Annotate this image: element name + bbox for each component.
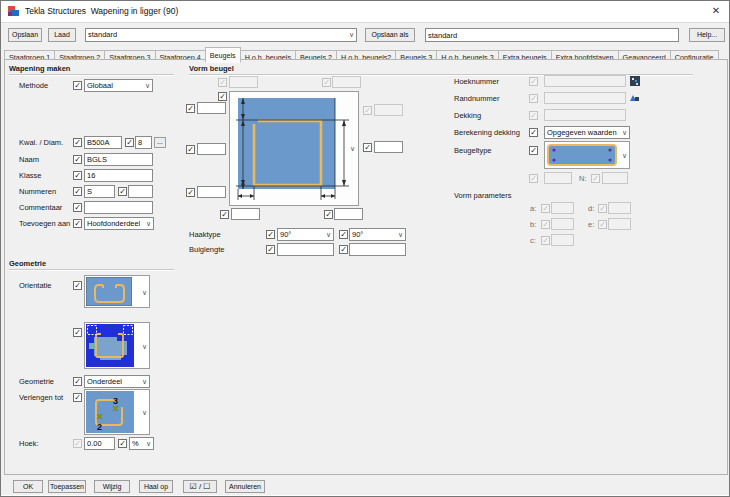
hoek-unit-checkbox[interactable]	[118, 439, 127, 448]
buiglengte1-checkbox[interactable]	[266, 245, 275, 254]
profile-combo[interactable]: standard ∨	[85, 28, 357, 42]
stirrup-shape-combo[interactable]: ∨	[229, 91, 359, 206]
divider	[9, 269, 174, 271]
vorm-bottom2-checkbox[interactable]	[324, 210, 333, 219]
toggle-all-checkboxes-button[interactable]: ☑ / ☐	[183, 480, 217, 493]
param-a-checkbox	[541, 204, 550, 213]
commentaar-input[interactable]	[84, 201, 153, 214]
vorm-bottom1-input[interactable]	[231, 208, 260, 220]
nummeren-start-input[interactable]	[128, 185, 153, 198]
param-d-checkbox	[598, 204, 607, 213]
tab-beugels[interactable]: Beugels	[205, 47, 241, 63]
haaktype2-combo[interactable]: 90° ∨	[349, 228, 406, 241]
vorm-top1-checkbox	[218, 78, 227, 87]
param-b-checkbox	[541, 220, 550, 229]
naam-checkbox[interactable]	[73, 155, 82, 164]
vorm-right2-checkbox[interactable]	[363, 143, 372, 152]
verlengen-checkbox[interactable]	[73, 393, 82, 402]
close-icon[interactable]: ✕	[709, 4, 723, 18]
nummeren-start-checkbox[interactable]	[118, 187, 127, 196]
param-b-input	[551, 218, 574, 230]
beugeltype-checkbox[interactable]	[529, 146, 538, 155]
ok-button[interactable]: OK	[13, 480, 43, 493]
tab-bar: Staafgroep 1Staafgroep 2Staafgroep 3Staa…	[4, 45, 728, 60]
vorm-left2-checkbox[interactable]	[186, 145, 195, 154]
diam-more-button[interactable]: ...	[154, 137, 166, 148]
section-wapening-maken: Wapening maken	[9, 64, 70, 73]
vorm-bottom1-checkbox[interactable]	[220, 210, 229, 219]
save-button[interactable]: Opslaan	[8, 28, 42, 42]
geometrie-checkbox[interactable]	[73, 377, 82, 386]
toevoegen-combo[interactable]: Hoofdonderdeel ∨	[84, 217, 154, 230]
haaktype1-value: 90°	[280, 230, 291, 239]
orientatie-image-combo[interactable]: ∨	[84, 275, 150, 308]
orientatie-checkbox[interactable]	[73, 281, 82, 290]
param-e-input	[608, 218, 631, 230]
nummeren-prefix-input[interactable]	[84, 185, 115, 198]
apply-button[interactable]: Toepassen	[48, 480, 86, 493]
vorm-bottom2-input[interactable]	[334, 208, 363, 220]
nummeren-checkbox[interactable]	[73, 187, 82, 196]
load-button[interactable]: Laad	[48, 28, 76, 42]
berekening-dekking-combo[interactable]: Opgegeven waarden ∨	[544, 126, 630, 139]
orientatie-label: Orientatie	[19, 281, 52, 290]
vorm-right2-input[interactable]	[374, 141, 403, 153]
kwal-checkbox[interactable]	[73, 138, 82, 147]
haaktype1-combo[interactable]: 90° ∨	[277, 228, 334, 241]
dekking-checkbox	[529, 111, 538, 120]
cancel-button[interactable]: Annuleren	[225, 480, 265, 493]
klasse-input[interactable]	[84, 169, 153, 182]
klasse-checkbox[interactable]	[73, 171, 82, 180]
naam-input[interactable]	[84, 153, 153, 166]
commentaar-checkbox[interactable]	[73, 203, 82, 212]
n-input	[602, 172, 628, 184]
vorm-left3-input[interactable]	[197, 186, 226, 198]
chevron-down-icon: ∨	[349, 30, 354, 40]
hoek-unit-combo[interactable]: % ∨	[129, 437, 154, 450]
vorm-left2-input[interactable]	[197, 143, 226, 155]
dekking-label: Dekking	[454, 111, 481, 120]
diam-checkbox[interactable]	[125, 138, 134, 147]
corner-number-icon[interactable]	[630, 76, 640, 86]
beugeltype-image-combo[interactable]: ∨	[544, 141, 630, 169]
hoek-label: Hoek:	[19, 439, 39, 448]
vorm-left1-input[interactable]	[197, 102, 226, 114]
n-checkbox	[591, 174, 600, 183]
haaktype1-checkbox[interactable]	[266, 230, 275, 239]
profile-name-input[interactable]	[425, 28, 679, 42]
buiglengte2-input[interactable]	[349, 243, 406, 256]
help-button[interactable]: Help...	[689, 28, 725, 42]
chevron-down-icon: ∨	[398, 230, 403, 240]
hoek-input[interactable]	[84, 437, 115, 450]
save-as-button[interactable]: Opslaan als	[365, 28, 415, 42]
methode-combo[interactable]: Globaal ∨	[84, 79, 153, 92]
beugel-count-input	[544, 172, 572, 184]
vorm-left1-checkbox[interactable]	[186, 104, 195, 113]
position-checkbox[interactable]	[73, 328, 82, 337]
diam-input[interactable]	[135, 136, 152, 149]
toevoegen-checkbox[interactable]	[73, 219, 82, 228]
buiglengte2-checkbox[interactable]	[339, 245, 348, 254]
position-image-combo[interactable]: ∨	[84, 322, 150, 369]
methode-checkbox[interactable]	[73, 81, 82, 90]
buiglengte1-input[interactable]	[277, 243, 334, 256]
chevron-down-icon: ∨	[145, 81, 150, 91]
chevron-down-icon: ∨	[622, 128, 627, 138]
marker-3-label: 3	[113, 396, 118, 406]
vorm-parameters-label: Vorm parameters	[454, 191, 512, 200]
modify-button[interactable]: Wijzig	[94, 480, 130, 493]
vorm-corner-checkbox[interactable]	[218, 92, 227, 101]
kwal-input[interactable]	[84, 136, 122, 149]
vorm-left3-checkbox[interactable]	[186, 188, 195, 197]
hoek-unit-value: %	[132, 439, 139, 448]
param-a-input	[551, 202, 574, 214]
berekening-dekking-checkbox[interactable]	[529, 128, 538, 137]
haaktype2-checkbox[interactable]	[339, 230, 348, 239]
geometrie-combo[interactable]: Onderdeel ∨	[84, 375, 150, 388]
get-button[interactable]: Haal op	[139, 480, 173, 493]
profile-combo-value: standard	[88, 30, 117, 39]
vorm-top2-input	[332, 76, 361, 88]
edge-number-icon[interactable]	[630, 93, 640, 103]
verlengen-image-combo[interactable]: 3 2 ∨	[84, 389, 150, 435]
methode-label: Methode	[19, 81, 48, 90]
